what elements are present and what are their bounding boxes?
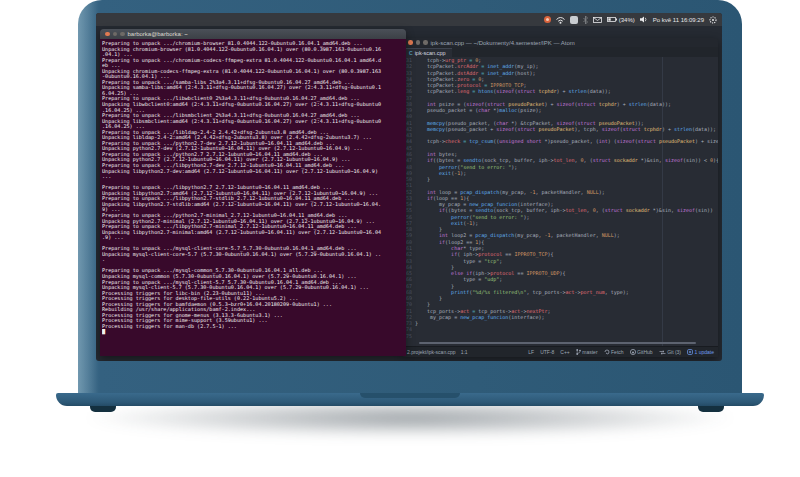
volume-icon[interactable] [640, 16, 648, 23]
terminal-output-row: Unpacking libpython2.7-dev:amd64 (2.7.12… [102, 169, 406, 175]
tab-label: ipk-scan.cpp [415, 50, 446, 56]
status-encoding[interactable]: UTF-8 [540, 349, 554, 355]
laptop-mockup-scene: (34%) Po kvě 11 16:09:29 barborka@barbor… [0, 0, 800, 477]
atom-minimize-button[interactable] [416, 40, 421, 45]
terminal-output-row: █ [102, 329, 406, 335]
mail-icon[interactable] [593, 17, 602, 23]
laptop-base [56, 393, 764, 406]
terminal-titlebar[interactable]: barborka@barborka: ~ [100, 29, 406, 39]
wifi-icon[interactable] [556, 16, 565, 24]
terminal-output-row: Preparing to unpack .../chromium-codecs-… [102, 58, 406, 64]
branch-label: master [582, 349, 597, 355]
git-changes-label: Git (3) [667, 349, 681, 355]
branch-icon [576, 349, 581, 355]
terminal-output-row: Unpacking libwbclient0:amd64 (2:4.3.11+d… [102, 102, 406, 108]
code-line: 544 tcph->check = tcp_csum((unsigned sho… [403, 138, 718, 144]
terminal-close-button[interactable] [105, 32, 110, 37]
status-github[interactable]: GitHub [630, 349, 653, 355]
code-editor[interactable]: 531 tcph->urg_ptr = 0;532 tcpPacket.srcA… [403, 57, 718, 346]
laptop-base-notch [360, 393, 460, 398]
status-fetch[interactable]: Fetch [604, 349, 624, 355]
status-cursor-position[interactable]: 1:1 [461, 349, 468, 355]
terminal-output-row: Unpacking libpython2.7-stdlib:amd64 (2.7… [102, 202, 406, 208]
keyboard-layout-icon[interactable] [570, 16, 578, 24]
atom-maximize-button[interactable] [423, 40, 428, 45]
status-file-path[interactable]: 2.projekt/ipk-scan.cpp [407, 349, 456, 355]
terminal-title: barborka@barborka: ~ [128, 31, 188, 37]
updates-label: 1 update [695, 349, 714, 355]
code-lines: 531 tcph->urg_ptr = 0;532 tcpPacket.srcA… [403, 57, 718, 339]
status-grammar[interactable]: C++ [560, 349, 569, 355]
status-updates[interactable]: 1 update [687, 349, 714, 355]
github-icon [630, 349, 636, 355]
status-line-ending[interactable]: LF [528, 349, 534, 355]
atom-title: ipk-scan.cpp — ~/Dokumenty/4.semester/IP… [431, 40, 575, 46]
terminal-output-row: Unpacking samba-libs:amd64 (2:4.3.11+dfs… [102, 85, 406, 91]
atom-window: ipk-scan.cpp — ~/Dokumenty/4.semester/IP… [403, 38, 718, 357]
battery-indicator[interactable]: (34%) [607, 17, 635, 23]
github-label: GitHub [637, 349, 653, 355]
terminal-output-row: Unpacking chromium-browser (81.0.4044.12… [102, 47, 406, 53]
session-gear-icon[interactable] [709, 16, 717, 24]
atom-titlebar[interactable]: ipk-scan.cpp — ~/Dokumenty/4.semester/IP… [403, 38, 718, 47]
terminal-output-row: Unpacking libsmbclient:amd64 (2:4.3.11+d… [102, 119, 406, 125]
atom-close-button[interactable] [408, 40, 413, 45]
git-arrows-icon [659, 350, 666, 355]
terminal-body[interactable]: Preparing to unpack .../chromium-browser… [100, 39, 406, 356]
sync-icon [604, 349, 610, 355]
software-update-icon[interactable] [544, 16, 551, 23]
cpp-file-icon: C [409, 50, 413, 56]
terminal-output: Preparing to unpack .../chromium-browser… [102, 41, 406, 335]
desktop-screen: (34%) Po kvě 11 16:09:29 barborka@barbor… [96, 13, 722, 361]
code-line: 542 memcpy(pseudo_packet + sizeof(struct… [403, 126, 718, 132]
status-git-changes[interactable]: Git (3) [659, 349, 681, 355]
terminal-minimize-button[interactable] [113, 32, 118, 37]
terminal-window: barborka@barborka: ~ Preparing to unpack… [100, 29, 406, 356]
code-line: 575 [403, 333, 718, 339]
top-panel: (34%) Po kvě 11 16:09:29 [96, 13, 722, 26]
terminal-output-row: Unpacking libpython2.7-minimal:amd64 (2.… [102, 230, 406, 236]
clock-label[interactable]: Po kvě 11 16:09:29 [653, 17, 704, 23]
fetch-label: Fetch [611, 349, 624, 355]
bluetooth-icon[interactable] [583, 16, 588, 24]
atom-status-bar: 2.projekt/ipk-scan.cpp 1:1 LF UTF-8 C++ … [403, 346, 718, 357]
tab-ipk-scan-cpp[interactable]: C ipk-scan.cpp [403, 48, 452, 57]
terminal-maximize-button[interactable] [120, 32, 125, 37]
horizontal-scrollbar[interactable] [419, 342, 696, 344]
status-git-branch[interactable]: master [576, 349, 598, 355]
atom-tab-bar: C ipk-scan.cpp [403, 47, 718, 57]
terminal-output-row: Unpacking mysql-client-core-5.7 (5.7.30-… [102, 252, 406, 258]
package-update-icon [687, 349, 693, 355]
battery-percent-label: (34%) [619, 17, 635, 23]
battery-icon [607, 17, 617, 22]
